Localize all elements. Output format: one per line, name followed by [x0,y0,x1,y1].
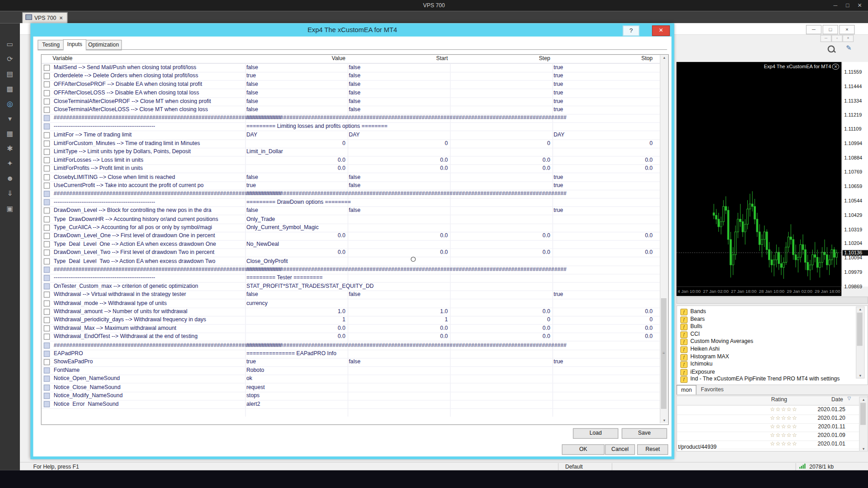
param-checkbox[interactable] [44,199,50,205]
param-checkbox[interactable] [44,141,50,146]
param-checkbox[interactable] [44,233,50,239]
param-checkbox[interactable] [44,65,50,70]
scroll-thumb[interactable]: ≡ [661,298,666,409]
param-row[interactable]: ########################################… [42,266,660,275]
param-checkbox[interactable] [44,300,50,306]
param-row[interactable]: Notice_Modify_NameSoundstops [42,392,660,401]
param-row[interactable]: Type_DrawDownHR --> Accounting history o… [42,215,660,224]
rating-row[interactable]: ☆☆☆☆☆2020.01.20 [677,415,860,424]
plugin-icon[interactable]: ✦ [5,158,15,169]
remote-maximize-button[interactable]: □ [841,2,854,9]
param-checkbox[interactable] [44,385,50,390]
param-checkbox[interactable] [44,124,50,130]
tab-optimization[interactable]: Optimization [85,40,122,50]
rating-row[interactable]: ☆☆☆☆☆2020.01.25 [677,406,860,415]
user-icon[interactable]: ☻ [5,173,15,184]
navigator-item[interactable]: ƒCustom Moving Averages [680,338,753,346]
briefcase-icon[interactable]: ▣ [5,203,15,214]
remote-minimize-button[interactable]: ─ [829,2,841,9]
param-row[interactable]: Type_Deal_Level_Two --> Action EA when e… [42,257,660,266]
param-row[interactable]: Orderdelete --> Delete Orders when closi… [42,72,660,81]
param-row[interactable]: ########################################… [42,341,660,350]
param-checkbox[interactable] [44,401,50,407]
mt4-minimize-button[interactable]: ─ [806,25,821,34]
param-row[interactable]: Notice_Close_NameSoundrequest [42,383,660,392]
close-button[interactable]: ✕ [652,25,670,36]
column-stop[interactable]: Stop [553,55,652,61]
tab-testing[interactable]: Testing [38,40,64,50]
reset-button[interactable]: Reset [637,444,668,455]
rating-row[interactable]: ☆☆☆☆☆2020.01.11 [677,423,860,432]
param-row[interactable]: Type_Deal_Level_One --> Action EA when e… [42,240,660,249]
monitor-icon[interactable]: ▭ [5,39,15,50]
param-checkbox[interactable] [44,342,50,348]
param-row[interactable]: Withdrawal_periodicity_days --> Withdraw… [42,316,660,325]
scroll-thumb[interactable] [860,403,866,425]
param-row[interactable]: Withdrawal_mode --> Withdrawal type of u… [42,299,660,308]
param-checkbox[interactable] [44,90,50,96]
param-checkbox[interactable] [44,73,50,79]
param-row[interactable]: CloseTerminalAfterCloseLOSS --> Close MT… [42,106,660,115]
param-checkbox[interactable] [44,376,50,382]
param-row[interactable]: UseCurrentProfit --> Take into account t… [42,181,660,190]
param-row[interactable]: Withdrawal_amount --> Number of units fo… [42,308,660,317]
tab-close-icon[interactable]: × [60,15,63,21]
param-row[interactable]: Notice_Error_NameSoundalert2 [42,400,660,409]
scroll-thumb[interactable] [857,313,863,346]
param-row[interactable]: ClosebyLIMITING --> Close when limit is … [42,173,660,182]
param-checkbox[interactable] [44,216,50,222]
column-variable[interactable]: Variable [52,55,72,61]
param-checkbox[interactable] [44,367,50,373]
tab-inputs[interactable]: Inputs [63,39,86,50]
param-row[interactable]: OFFAfterClosePROF --> Disable EA when cl… [42,80,660,89]
param-row[interactable]: ########################################… [42,114,660,123]
chart-minimize-button[interactable]: ─ [821,35,831,42]
param-row[interactable]: LimitType --> Limit units type by Dollar… [42,148,660,157]
param-row[interactable]: FontNameRoboto [42,366,660,375]
param-checkbox[interactable] [44,115,50,121]
rating-row[interactable]: ☆☆☆☆☆2020.01.09 [677,432,860,441]
param-checkbox[interactable] [44,325,50,331]
column-step[interactable]: Step [451,55,550,61]
param-checkbox[interactable] [44,107,50,113]
param-row[interactable]: EAPadPRO=============== EAPadPRO Info [42,350,660,359]
clipboard-icon[interactable]: ▤ [5,69,15,80]
param-checkbox[interactable] [44,292,50,298]
param-row[interactable]: Notice_Open_NameSoundok [42,375,660,384]
sort-icon[interactable]: ▽ [848,396,851,401]
scroll-down-icon[interactable]: ▼ [860,447,868,450]
param-checkbox[interactable] [44,317,50,323]
refresh-icon[interactable]: ⟳ [5,54,15,65]
param-checkbox[interactable] [44,149,50,155]
param-row[interactable]: OnTester_Custom_max --> criterion of gen… [42,282,660,291]
ok-button[interactable]: OK [562,444,604,455]
chevron-down-icon[interactable]: ▾ [5,113,15,124]
layout-icon[interactable]: ▩ [5,84,15,94]
param-row[interactable]: ----------------------------------------… [42,122,660,131]
param-row[interactable]: LimitForCustom_Minutes --> Time of tradi… [42,139,660,148]
param-checkbox[interactable] [44,250,50,256]
column-rating[interactable]: Rating [771,396,787,402]
param-row[interactable]: OFFAfterCloseLOSS --> Disable EA when cl… [42,89,660,98]
navigator-item[interactable]: ƒiExposure [680,368,715,376]
param-checkbox[interactable] [44,393,50,399]
save-button[interactable]: Save [622,428,667,439]
mt4-close-button[interactable]: × [839,25,854,34]
param-checkbox[interactable] [44,241,50,247]
param-row[interactable]: Withdrawal_EndOfTest --> Withdrawal at t… [42,333,660,342]
mt4-restore-button[interactable]: □ [823,25,838,34]
param-checkbox[interactable] [44,225,50,230]
cancel-button[interactable]: Cancel [605,444,635,455]
column-value[interactable]: Value [246,55,345,61]
param-row[interactable]: LimitForProfits --> Profit limit in unit… [42,164,660,174]
column-start[interactable]: Start [349,55,448,61]
product-url[interactable]: t/product/44939 [678,444,717,450]
param-checkbox[interactable] [44,183,50,188]
param-row[interactable]: LimitFor --> Time of trading limitDAYDAY… [42,131,660,140]
param-checkbox[interactable] [44,166,50,172]
column-date[interactable]: Date [831,396,843,402]
market-scrollbar[interactable]: ▲ ▼ [859,397,868,451]
navigator-item[interactable]: ƒCCI [680,331,700,338]
calculator-icon[interactable]: ▦ [5,128,15,139]
param-checkbox[interactable] [44,334,50,340]
